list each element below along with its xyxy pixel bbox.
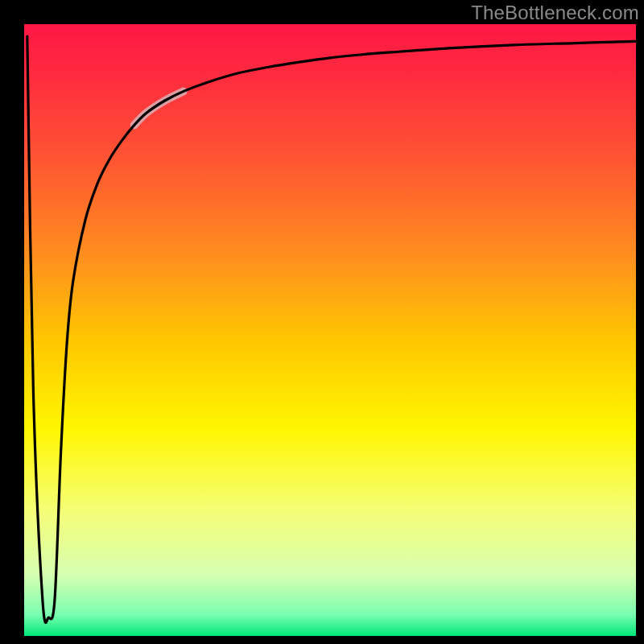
curve-highlight-segment: [134, 92, 184, 126]
chart-stage: TheBottleneck.com: [0, 0, 644, 644]
plot-area: [24, 24, 636, 636]
bottleneck-curve: [27, 36, 636, 622]
bottleneck-curve-svg: [24, 24, 636, 636]
source-tag: TheBottleneck.com: [471, 2, 639, 24]
